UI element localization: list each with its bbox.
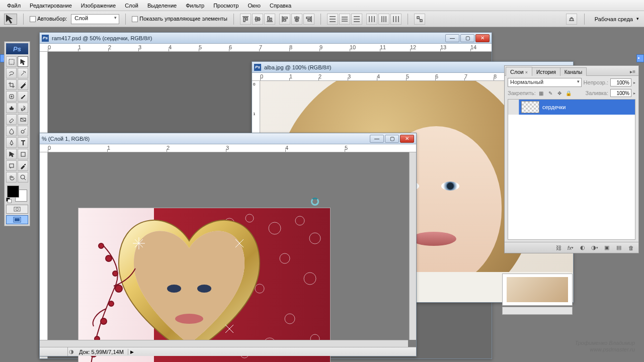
align-hcenter-icon[interactable] bbox=[291, 14, 302, 25]
healing-brush-tool[interactable] bbox=[6, 91, 17, 102]
layer-visibility-toggle[interactable] bbox=[508, 100, 519, 115]
menu-layer[interactable]: Слой bbox=[121, 2, 142, 10]
clone-stamp-tool[interactable] bbox=[6, 103, 17, 113]
align-vcenter-icon[interactable] bbox=[252, 14, 263, 25]
document-size-info[interactable]: Док: 5,99M/7,14M bbox=[75, 349, 128, 355]
menu-view[interactable]: Просмотр bbox=[209, 2, 243, 10]
align-bottom-icon[interactable] bbox=[264, 14, 275, 25]
lock-transparency-icon[interactable]: ▦ bbox=[538, 89, 545, 97]
adjustment-layer-icon[interactable]: ◑▾ bbox=[589, 244, 600, 252]
opacity-input[interactable] bbox=[610, 78, 631, 86]
blur-tool[interactable] bbox=[6, 126, 17, 136]
blend-mode-select[interactable]: Нормальный bbox=[508, 78, 582, 87]
maximize-button[interactable]: ▢ bbox=[460, 34, 474, 42]
marquee-tool[interactable] bbox=[6, 56, 17, 67]
hand-tool[interactable] bbox=[6, 172, 17, 183]
navigator-thumbnail[interactable] bbox=[502, 274, 573, 306]
go-to-bridge-icon[interactable] bbox=[566, 14, 577, 25]
canvas[interactable] bbox=[48, 152, 416, 356]
fill-input[interactable] bbox=[610, 89, 631, 97]
workspace-dropdown[interactable]: Рабочая среда bbox=[592, 15, 640, 23]
close-button[interactable]: ✕ bbox=[400, 135, 414, 143]
pen-tool[interactable] bbox=[6, 137, 17, 148]
lock-all-icon[interactable]: 🔒 bbox=[565, 89, 572, 97]
shape-tool[interactable] bbox=[18, 149, 28, 159]
close-icon[interactable]: × bbox=[525, 70, 528, 75]
align-left-icon[interactable] bbox=[279, 14, 290, 25]
lasso-tool[interactable] bbox=[6, 68, 17, 78]
brush-tool[interactable] bbox=[18, 91, 28, 102]
chevron-icon[interactable]: ▸ bbox=[633, 91, 635, 96]
type-tool[interactable] bbox=[18, 137, 28, 148]
gradient-tool[interactable] bbox=[18, 114, 28, 125]
path-selection-tool[interactable] bbox=[6, 149, 17, 159]
crop-tool[interactable] bbox=[6, 79, 17, 90]
lock-position-icon[interactable]: ✥ bbox=[556, 89, 563, 97]
close-button[interactable]: ✕ bbox=[475, 34, 490, 42]
distribute-right-icon[interactable] bbox=[390, 14, 401, 25]
distribute-top-icon[interactable] bbox=[327, 14, 338, 25]
tab-layers[interactable]: Слои× bbox=[506, 67, 532, 76]
menu-window[interactable]: Окно bbox=[244, 2, 265, 10]
layer-row[interactable]: сердечки bbox=[508, 100, 635, 115]
screen-mode-toggle[interactable] bbox=[6, 215, 28, 224]
navigator-zoom-slider[interactable] bbox=[502, 307, 573, 315]
move-tool[interactable] bbox=[18, 56, 28, 67]
link-layers-icon[interactable]: ⛓ bbox=[553, 244, 564, 252]
tab-history[interactable]: История bbox=[532, 67, 560, 76]
menu-help[interactable]: Справка bbox=[266, 2, 295, 10]
quick-mask-toggle[interactable] bbox=[6, 205, 28, 214]
layer-name[interactable]: сердечки bbox=[541, 104, 566, 110]
magic-wand-tool[interactable] bbox=[18, 68, 28, 78]
menu-filter[interactable]: Фильтр bbox=[182, 2, 208, 10]
horizontal-ruler[interactable]: 012345 bbox=[40, 144, 416, 152]
dock-collapse-right[interactable] bbox=[636, 54, 644, 62]
layer-style-icon[interactable]: fx▾ bbox=[565, 244, 576, 252]
menu-file[interactable]: Файл bbox=[3, 2, 25, 10]
show-transform-checkbox[interactable]: Показать управляющие элементы bbox=[132, 16, 227, 22]
align-right-icon[interactable] bbox=[303, 14, 314, 25]
new-group-icon[interactable]: ▣ bbox=[601, 244, 612, 252]
minimize-button[interactable]: — bbox=[370, 135, 384, 143]
history-brush-tool[interactable] bbox=[18, 103, 28, 113]
layer-list[interactable]: сердечки bbox=[508, 99, 635, 240]
vertical-ruler[interactable] bbox=[40, 152, 48, 356]
slice-tool[interactable] bbox=[18, 79, 28, 90]
foreground-color-swatch[interactable] bbox=[7, 186, 19, 198]
zoom-tool[interactable] bbox=[18, 172, 28, 183]
new-layer-icon[interactable]: ▤ bbox=[613, 244, 624, 252]
default-colors-icon[interactable] bbox=[6, 198, 11, 203]
app-logo[interactable]: Ps bbox=[6, 43, 28, 54]
distribute-vcenter-icon[interactable] bbox=[339, 14, 350, 25]
panel-menu-icon[interactable]: ▸≡ bbox=[628, 68, 637, 75]
lock-pixels-icon[interactable]: ✎ bbox=[547, 89, 554, 97]
titlebar[interactable]: % (Слой 1, RGB/8) — ▢ ✕ bbox=[40, 133, 416, 144]
eyedropper-tool[interactable] bbox=[18, 160, 28, 171]
color-swatches[interactable] bbox=[6, 185, 28, 203]
eraser-tool[interactable] bbox=[6, 114, 17, 125]
auto-align-icon[interactable] bbox=[414, 14, 425, 25]
layer-mask-icon[interactable]: ◐ bbox=[577, 244, 588, 252]
menu-bar[interactable]: Файл Редактирование Изображение Слой Выд… bbox=[0, 0, 644, 11]
delete-layer-icon[interactable]: 🗑 bbox=[625, 244, 636, 252]
auto-select-checkbox[interactable]: Автовыбор: bbox=[30, 16, 67, 22]
menu-image[interactable]: Изображение bbox=[77, 2, 120, 10]
auto-select-target[interactable]: Слой bbox=[71, 14, 119, 24]
menu-select[interactable]: Выделение bbox=[143, 2, 181, 10]
zoom-field[interactable] bbox=[40, 347, 68, 356]
notes-tool[interactable] bbox=[6, 160, 17, 171]
active-tool-indicator[interactable] bbox=[4, 14, 17, 25]
distribute-hcenter-icon[interactable] bbox=[378, 14, 389, 25]
chevron-icon[interactable]: ▸ bbox=[633, 80, 635, 85]
distribute-bottom-icon[interactable] bbox=[351, 14, 362, 25]
maximize-button[interactable]: ▢ bbox=[385, 135, 399, 143]
status-arrow-icon[interactable]: ▶ bbox=[130, 349, 134, 354]
horizontal-ruler[interactable]: 01234567891011121314 bbox=[40, 44, 492, 52]
vertical-scrollbar[interactable] bbox=[409, 152, 416, 340]
horizontal-scrollbar[interactable] bbox=[40, 340, 408, 347]
dodge-tool[interactable] bbox=[18, 126, 28, 136]
tab-channels[interactable]: Каналы bbox=[560, 67, 587, 76]
minimize-button[interactable]: — bbox=[445, 34, 459, 42]
status-icon[interactable]: ◑ bbox=[68, 348, 75, 355]
titlebar[interactable]: Ps ram417.psd @ 50% (сердечки, RGB/8#) —… bbox=[40, 33, 492, 44]
